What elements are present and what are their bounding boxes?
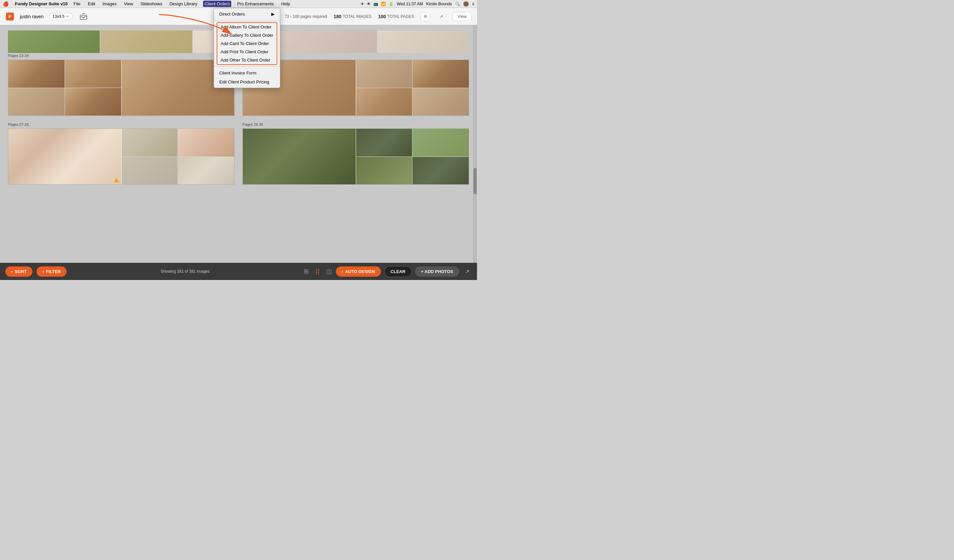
menu-images[interactable]: Images (101, 1, 118, 7)
photo-cell-17 (356, 157, 412, 185)
dropdown-divider-2 (214, 66, 280, 67)
header-photo-2 (100, 30, 192, 53)
add-photos-button[interactable]: + ADD PHOTOS (415, 266, 459, 277)
view-button[interactable]: View (452, 12, 472, 21)
app-logo: F (5, 12, 14, 21)
logo-icon: F (5, 12, 14, 21)
eye-icon: 👁 (367, 2, 371, 6)
user-avatar[interactable] (463, 1, 469, 6)
photo-cell-15 (356, 129, 412, 157)
menu-client-orders[interactable]: Client Orders (203, 1, 231, 7)
photo-cell-18 (412, 157, 469, 185)
submenu-arrow: ▶ (271, 12, 274, 17)
page-23 (8, 60, 121, 115)
add-print-item[interactable]: Add Print To Client Order (217, 48, 277, 56)
add-album-item[interactable]: Add Album To Client Order (217, 23, 277, 31)
menubar-icons: ✈ 👁 📺 📶 🔋 (361, 2, 394, 6)
sort-button[interactable]: ‹ SORT (5, 266, 33, 277)
page-27 (8, 129, 121, 184)
pages-required: 72 - 100 pages required (285, 14, 327, 19)
highlighted-items-group: Add Album To Client Order Add Gallery To… (217, 22, 277, 65)
photo-cell-9 (356, 88, 412, 116)
menu-slideshows[interactable]: Slideshows (139, 1, 164, 7)
menu-file[interactable]: File (72, 1, 82, 7)
photo-cell-1 (8, 60, 65, 88)
search-icon[interactable]: 🔍 (455, 2, 460, 6)
scrollbar[interactable] (473, 25, 477, 263)
airdrop-icon: ✈ (361, 2, 364, 6)
app-name: Fundy Designer Suite v10 (15, 1, 67, 6)
spread-29-30-label: Pages 29-30 (242, 123, 469, 126)
filter-button[interactable]: ‹ FILTER (36, 266, 67, 277)
page-26 (356, 60, 469, 115)
photo-cell-groomsmen (243, 129, 356, 184)
menu-list-icon[interactable]: ≡ (472, 2, 474, 6)
bottom-items-section: Client Invoice Form Edit Client Product … (214, 67, 280, 88)
spread-23-24-label: Pages 23-24 (8, 54, 235, 58)
page-29 (243, 129, 356, 184)
add-gallery-item[interactable]: Add Gallery To Client Order (217, 31, 277, 39)
add-card-item[interactable]: Add Card To Client Order (217, 39, 277, 48)
battery-icon: 🔋 (388, 2, 394, 6)
scrollbar-thumb[interactable] (473, 168, 477, 194)
header-photo-1 (8, 30, 100, 53)
spread-23-24-pages[interactable] (8, 59, 235, 116)
spread-row-2: Pages 27-28 Pages 29-30 (8, 123, 469, 185)
menu-view[interactable]: View (123, 1, 134, 7)
total-pages-stat: 100 TOTAL PAGES (378, 14, 414, 19)
apple-menu[interactable]: 🍎 (3, 1, 9, 7)
photo-cell-13 (122, 157, 178, 185)
edit-icon: ✏ (66, 14, 69, 19)
menubar-time: Wed 11:37 AM (397, 2, 423, 6)
layout-icon[interactable]: ⣿ (315, 268, 320, 275)
direct-orders-section: Direct Orders ▶ (214, 8, 280, 20)
export-icon[interactable]: ↗ (436, 12, 446, 21)
photo-cell-4 (65, 88, 121, 116)
menu-help[interactable]: Help (280, 1, 292, 7)
export-button[interactable]: ↗ (463, 267, 472, 276)
client-orders-icon (80, 13, 87, 20)
settings-icon[interactable]: ⚙ (421, 12, 430, 21)
page-28 (122, 129, 235, 184)
spread-29-30-pages[interactable] (242, 128, 469, 185)
auto-design-button[interactable]: ‹ AUTO DESIGN (336, 266, 381, 277)
inbox-icon[interactable] (78, 11, 89, 22)
size-badge[interactable]: 13x9.5 ✏ (49, 13, 73, 20)
center-icons: ⊞ ⣿ ◫ (304, 268, 332, 275)
menubar: 🍎 Fundy Designer Suite v10 File Edit Ima… (0, 0, 477, 8)
header-photo-4 (285, 30, 377, 53)
direct-orders-item[interactable]: Direct Orders ▶ (214, 9, 280, 19)
edit-client-product-pricing-item[interactable]: Edit Client Product Pricing (214, 78, 280, 86)
page-30 (356, 129, 469, 184)
chevron-left-icon: ‹ (11, 269, 12, 274)
photo-cell-14 (178, 157, 234, 185)
spread-23-24: Pages 23-24 (8, 54, 235, 116)
airplay-icon: 📺 (373, 2, 378, 6)
photo-cell-10 (412, 88, 469, 116)
warning-icon (114, 178, 119, 182)
photo-cell-2 (65, 60, 121, 88)
menu-design-library[interactable]: Design Library (168, 1, 199, 7)
photo-cell-8 (412, 60, 469, 88)
spread-27-28-label: Pages 27-28 (8, 123, 235, 126)
project-name: justin raven (20, 14, 44, 19)
layers-icon[interactable]: ◫ (326, 268, 332, 275)
grid-icon[interactable]: ⊞ (304, 268, 309, 275)
menu-edit[interactable]: Edit (86, 1, 97, 7)
header-photo-5 (377, 30, 469, 53)
spread-27-28-pages[interactable] (8, 128, 235, 185)
photo-cell-7 (356, 60, 412, 88)
menubar-user: Kirstin Bounds (426, 2, 452, 6)
spread-27-28: Pages 27-28 (8, 123, 235, 185)
client-orders-dropdown: Direct Orders ▶ Add Album To Client Orde… (214, 8, 280, 88)
add-other-item[interactable]: Add Other To Client Order (217, 56, 277, 64)
photo-cell-3 (8, 88, 65, 116)
photo-cell-16 (412, 129, 469, 157)
svg-rect-2 (80, 15, 87, 20)
svg-text:F: F (9, 14, 12, 19)
client-invoice-form-item[interactable]: Client Invoice Form (214, 68, 280, 78)
menu-pro-enhancements[interactable]: Pro Enhancements (236, 1, 275, 7)
clear-button[interactable]: CLEAR (384, 266, 412, 277)
photo-cell-11 (122, 129, 178, 157)
dropdown-divider-1 (214, 20, 280, 21)
